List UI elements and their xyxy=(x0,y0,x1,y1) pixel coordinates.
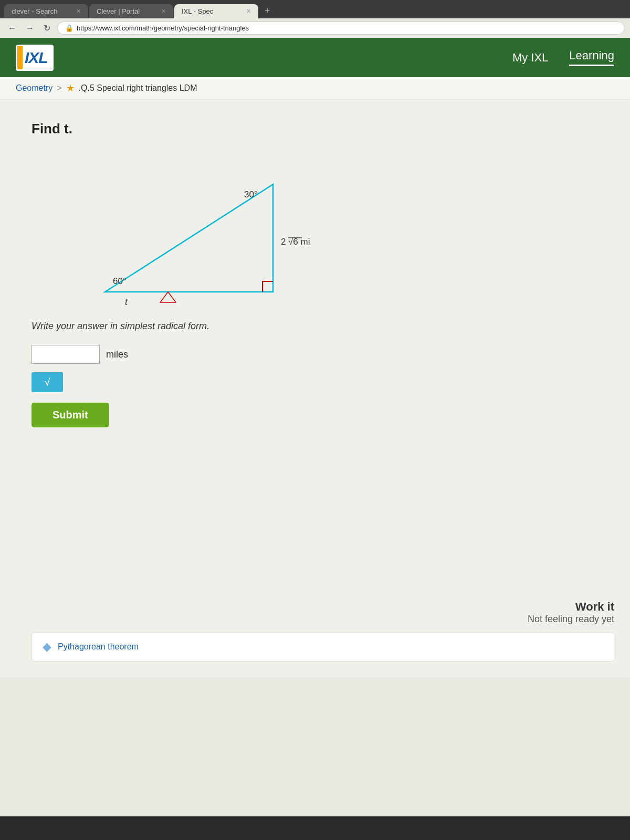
tab-label: clever - Search xyxy=(12,7,57,15)
related-skill-bar: ◆ Pythagorean theorem xyxy=(32,632,614,662)
triangle-svg: 60° 30° 2 √6 mi t xyxy=(63,153,315,305)
tab-portal[interactable]: Clever | Portal ✕ xyxy=(89,4,173,18)
main-content: Find t. 60° 30° 2 √6 mi xyxy=(0,100,630,677)
svg-marker-0 xyxy=(105,184,273,292)
new-tab-button[interactable]: + xyxy=(259,3,276,18)
svg-text:t: t xyxy=(125,297,128,305)
breadcrumb: Geometry > ★ .Q.5 Special right triangle… xyxy=(0,77,630,100)
tab-label: IXL - Spec xyxy=(182,7,213,15)
answer-input[interactable] xyxy=(32,345,100,364)
not-ready-text: Not feeling ready yet xyxy=(528,614,614,625)
sqrt-button[interactable]: √ xyxy=(32,372,63,392)
ixl-logo-bar xyxy=(17,46,23,69)
work-it-section: Work it Not feeling ready yet xyxy=(512,590,630,635)
diamond-icon: ◆ xyxy=(43,640,51,654)
taskbar xyxy=(0,816,630,840)
tab-label: Clever | Portal xyxy=(97,7,140,15)
triangle-diagram: 60° 30° 2 √6 mi t xyxy=(63,153,326,310)
breadcrumb-root[interactable]: Geometry xyxy=(16,83,52,93)
ixl-logo-text: IXL xyxy=(23,49,52,67)
instructions-text: Write your answer in simplest radical fo… xyxy=(32,321,598,332)
breadcrumb-separator: > xyxy=(57,83,61,93)
browser-chrome: clever - Search ✕ Clever | Portal ✕ IXL … xyxy=(0,0,630,18)
submit-button[interactable]: Submit xyxy=(32,403,109,427)
tab-bar: clever - Search ✕ Clever | Portal ✕ IXL … xyxy=(0,3,630,18)
answer-row: miles xyxy=(32,345,598,364)
nav-learning[interactable]: Learning xyxy=(569,49,614,66)
tab-close-portal[interactable]: ✕ xyxy=(161,8,166,15)
related-skill-link[interactable]: Pythagorean theorem xyxy=(58,642,139,652)
ixl-header: IXL My IXL Learning xyxy=(0,38,630,77)
header-nav: My IXL Learning xyxy=(512,49,614,66)
svg-text:√6  mi: √6 mi xyxy=(288,237,310,247)
svg-text:60°: 60° xyxy=(113,276,127,286)
svg-marker-1 xyxy=(160,292,176,302)
svg-text:30°: 30° xyxy=(244,190,258,200)
tab-ixl[interactable]: IXL - Spec ✕ xyxy=(174,4,258,18)
work-it-title: Work it xyxy=(528,600,614,614)
address-bar-row: ← → ↻ 🔒 https:// www.ixl.com /math/geome… xyxy=(0,18,630,38)
address-bar[interactable]: 🔒 https:// www.ixl.com /math/geometry/sp… xyxy=(57,22,625,35)
forward-button[interactable]: → xyxy=(23,23,37,34)
url-domain: www.ixl.com xyxy=(97,24,135,32)
url-protocol: https:// xyxy=(77,24,97,32)
nav-my-ixl[interactable]: My IXL xyxy=(512,51,548,65)
breadcrumb-star-icon: ★ xyxy=(66,82,75,94)
back-button[interactable]: ← xyxy=(5,23,19,34)
svg-text:2: 2 xyxy=(281,237,286,247)
url-path: /math/geometry/special-right-triangles xyxy=(135,24,249,32)
lock-icon: 🔒 xyxy=(65,24,74,32)
tab-close-clever[interactable]: ✕ xyxy=(76,8,81,15)
answer-unit: miles xyxy=(106,349,128,360)
breadcrumb-current: .Q.5 Special right triangles LDM xyxy=(79,83,197,93)
ixl-logo[interactable]: IXL xyxy=(16,45,54,71)
problem-title: Find t. xyxy=(32,121,598,137)
tab-clever[interactable]: clever - Search ✕ xyxy=(4,4,88,18)
reload-button[interactable]: ↻ xyxy=(41,22,53,34)
tab-close-ixl[interactable]: ✕ xyxy=(246,8,251,15)
